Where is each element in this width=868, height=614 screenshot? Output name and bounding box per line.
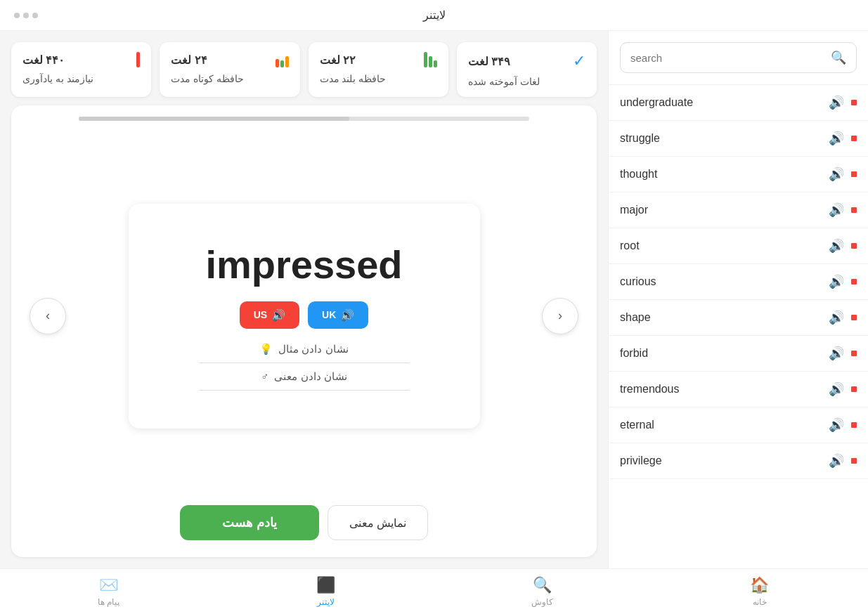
sound-icon[interactable]: 🔊 [829, 95, 844, 110]
search-icon-button[interactable]: 🔍 [831, 50, 846, 65]
show-meaning-button[interactable]: نمایش معنی [328, 505, 428, 540]
top-bar: لایتنر [0, 0, 868, 31]
list-item[interactable]: struggle 🔊 [609, 121, 868, 157]
stat-top-learned: ✓ ۳۴۹ لغت [468, 52, 585, 70]
leitner-icon: ⬛ [316, 576, 335, 594]
stats-row: ✓ ۳۴۹ لغت لغات آموخته شده ۲۲ لغت حافظه ب… [11, 42, 597, 97]
progress-bar-container [79, 117, 529, 121]
stat-top-longterm: ۲۲ لغت [320, 52, 437, 67]
dot-1 [14, 13, 20, 18]
stat-label-learned: لغات آموخته شده [468, 76, 540, 87]
sound-icon[interactable]: 🔊 [829, 310, 844, 325]
hint-example-label: نشان دادن مثال [278, 343, 348, 355]
list-item[interactable]: thought 🔊 [609, 157, 868, 192]
us-pronunciation-button[interactable]: US 🔊 [240, 301, 299, 329]
list-item[interactable]: undergraduate 🔊 [609, 85, 868, 121]
word-text: forbid [620, 347, 822, 360]
hint-example-item[interactable]: نشان دادن مثال 💡 [259, 343, 348, 355]
meaning-icon: ♂ [261, 370, 268, 382]
word-status-dot [851, 100, 857, 105]
sound-icon[interactable]: 🔊 [829, 417, 844, 433]
home-label: خانه [753, 597, 767, 607]
list-item[interactable]: major 🔊 [609, 192, 868, 228]
remember-button[interactable]: یادم هست [180, 505, 319, 540]
stat-label-longterm: حافظه بلند مدت [320, 73, 387, 84]
list-item[interactable]: tremendous 🔊 [609, 372, 868, 407]
uk-speaker-icon: 🔊 [340, 308, 354, 322]
word-list: undergraduate 🔊 struggle 🔊 thought 🔊 maj… [609, 85, 868, 568]
stat-count-longterm: ۲۲ لغت [320, 53, 356, 67]
stat-top-shortterm: ۲۴ لغت [171, 52, 288, 67]
word-status-dot [851, 386, 857, 392]
search-input[interactable] [630, 52, 825, 64]
sound-icon[interactable]: 🔊 [829, 381, 844, 397]
hint-meaning-label: نشان دادن معنی [274, 370, 346, 383]
word-text: major [620, 204, 822, 216]
list-item[interactable]: eternal 🔊 [609, 407, 868, 443]
sound-icon[interactable]: 🔊 [829, 166, 844, 182]
list-item[interactable]: forbid 🔊 [609, 336, 868, 372]
word-status-dot [851, 458, 857, 464]
sound-icon[interactable]: 🔊 [829, 131, 844, 146]
home-icon: 🏠 [750, 576, 769, 594]
word-text: privilege [620, 455, 822, 467]
nav-item-search[interactable]: 🔍 کاوش [434, 569, 652, 614]
sound-icon[interactable]: 🔊 [829, 274, 844, 289]
sound-icon[interactable]: 🔊 [829, 453, 844, 469]
sound-icon[interactable]: 🔊 [829, 202, 844, 218]
word-text: curious [620, 275, 822, 288]
bars-green-icon [424, 52, 437, 67]
action-row: نمایش معنی یادم هست [22, 499, 585, 546]
word-status-dot [851, 351, 857, 356]
pronunciation-buttons: US 🔊 UK 🔊 [240, 301, 369, 329]
stat-card-shortterm[interactable]: ۲۴ لغت حافظه کوتاه مدت [160, 42, 299, 97]
word-text: thought [620, 168, 822, 181]
flashcard-area: ‹ impressed US 🔊 UK 🔊 [11, 105, 597, 557]
messages-icon: ✉️ [99, 576, 118, 594]
leitner-label: لایتنر [317, 597, 335, 607]
card-wrapper: ‹ impressed US 🔊 UK 🔊 [22, 132, 585, 499]
list-item[interactable]: curious 🔊 [609, 264, 868, 300]
progress-bar-fill [79, 117, 349, 121]
hint-meaning-item[interactable]: نشان دادن معنی ♂ [261, 370, 347, 383]
stat-count-review: ۴۴۰ لغت [22, 53, 65, 67]
prev-card-button[interactable]: ‹ [30, 298, 66, 334]
hint-divider-1 [199, 362, 410, 363]
nav-item-home[interactable]: 🏠 خانه [651, 569, 868, 614]
bottom-nav: ✉️ پیام ها ⬛ لایتنر 🔍 کاوش 🏠 خانه [0, 568, 868, 614]
right-panel: 🔍 undergraduate 🔊 struggle 🔊 thought 🔊 m… [608, 31, 868, 568]
us-speaker-icon: 🔊 [271, 308, 285, 322]
word-status-dot [851, 315, 857, 320]
sound-icon[interactable]: 🔊 [829, 346, 844, 361]
word-text: eternal [620, 419, 822, 431]
check-icon: ✓ [573, 52, 585, 70]
bars-red-icon [136, 52, 140, 67]
word-text: shape [620, 311, 822, 324]
window-controls [14, 13, 38, 18]
bars-mixed-icon [276, 52, 289, 67]
word-text: tremendous [620, 383, 822, 396]
word-text: struggle [620, 132, 822, 145]
nav-item-messages[interactable]: ✉️ پیام ها [0, 569, 217, 614]
dot-3 [32, 13, 38, 18]
list-item[interactable]: privilege 🔊 [609, 443, 868, 479]
stat-card-learned[interactable]: ✓ ۳۴۹ لغت لغات آموخته شده [457, 42, 597, 97]
word-status-dot [851, 279, 857, 285]
next-card-button[interactable]: › [542, 298, 578, 334]
word-status-dot [851, 171, 857, 177]
hint-divider-2 [199, 390, 410, 391]
uk-pronunciation-button[interactable]: UK 🔊 [308, 301, 368, 329]
flashcard: impressed US 🔊 UK 🔊 نشان داد [129, 204, 480, 429]
stat-count-learned: ۳۴۹ لغت [468, 55, 510, 68]
search-nav-icon: 🔍 [533, 576, 552, 594]
list-item[interactable]: shape 🔊 [609, 300, 868, 336]
stat-card-review[interactable]: ۴۴۰ لغت نیازمند به یادآوری [11, 42, 151, 97]
stat-top-review: ۴۴۰ لغت [22, 52, 140, 67]
stat-card-longterm[interactable]: ۲۲ لغت حافظه بلند مدت [309, 42, 448, 97]
sound-icon[interactable]: 🔊 [829, 238, 844, 254]
list-item[interactable]: root 🔊 [609, 228, 868, 264]
uk-label: UK [322, 309, 336, 320]
word-status-dot [851, 422, 857, 428]
word-text: undergraduate [620, 96, 822, 109]
nav-item-leitner[interactable]: ⬛ لایتنر [217, 569, 434, 614]
